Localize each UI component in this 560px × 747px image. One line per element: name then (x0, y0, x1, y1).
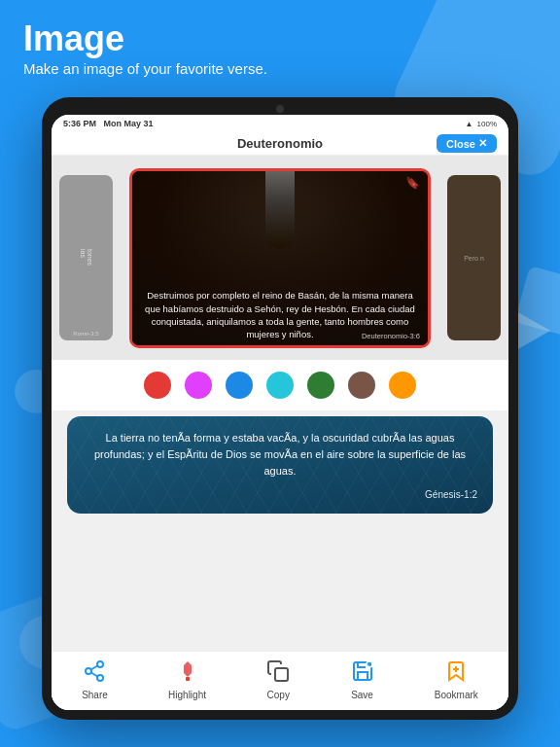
bookmark-icon (444, 659, 468, 687)
bg-triangle (516, 311, 550, 350)
battery-status: 100% (477, 120, 497, 128)
card-left[interactable]: tonesias Romn-3:5 (59, 175, 113, 340)
copy-icon (266, 659, 290, 687)
share-label: Share (82, 690, 108, 700)
ipad-mockup: 5:36 PM Mon May 31 ▲ 100% Deuteronomio C… (42, 97, 518, 720)
svg-line-3 (91, 673, 98, 677)
toolbar-save[interactable]: + Save (351, 659, 374, 700)
save-icon: + (351, 659, 374, 687)
verse-cards-carousel[interactable]: tonesias Romn-3:5 Destruimos por complet… (52, 156, 508, 360)
close-button[interactable]: Close ✕ (437, 134, 497, 153)
color-blue[interactable] (226, 372, 253, 399)
page-subtitle: Make an image of your favorite verse. (23, 60, 267, 77)
card-reference: Deuteronomio-3:6 (362, 332, 420, 340)
nav-bar: Deuteronomio Close ✕ (52, 132, 508, 156)
wifi-icon: ▲ (466, 120, 473, 128)
ipad-camera (276, 105, 284, 113)
share-icon (83, 659, 106, 687)
svg-rect-5 (186, 677, 190, 681)
status-right: ▲ 100% (466, 120, 497, 128)
color-pink[interactable] (185, 372, 212, 399)
card-bookmark-icon: 🔖 (405, 176, 420, 190)
color-red[interactable] (144, 372, 171, 399)
card-left-text: tonesias (76, 241, 97, 273)
highlight-icon (176, 659, 199, 687)
status-time: 5:36 PM Mon May 31 (63, 119, 154, 128)
bookmark-label: Bookmark (435, 690, 478, 700)
page-title: Image (23, 19, 267, 58)
svg-text:+: + (367, 662, 369, 668)
highlight-label: Highlight (168, 690, 206, 700)
close-icon: ✕ (478, 137, 487, 150)
bottom-toolbar: Share Highlight (52, 651, 508, 710)
card-right[interactable]: Pero n (447, 175, 501, 340)
svg-point-2 (97, 675, 103, 681)
svg-point-1 (86, 668, 91, 674)
svg-point-0 (97, 661, 103, 667)
ipad-screen: 5:36 PM Mon May 31 ▲ 100% Deuteronomio C… (52, 115, 508, 710)
color-orange[interactable] (389, 372, 416, 399)
svg-line-4 (91, 666, 98, 670)
page-header: Image Make an image of your favorite ver… (23, 19, 267, 77)
color-picker (52, 360, 508, 410)
toolbar-copy[interactable]: Copy (266, 659, 290, 700)
save-label: Save (351, 690, 373, 700)
copy-label: Copy (267, 690, 290, 700)
card-main[interactable]: Destruimos por completo el reino de Basá… (129, 168, 431, 348)
preview-verse-text: La tierra no tenÃa forma y estaba vacÃa,… (83, 430, 477, 480)
svg-rect-6 (275, 668, 288, 681)
main-content: tonesias Romn-3:5 Destruimos por complet… (52, 156, 508, 710)
color-green[interactable] (307, 372, 334, 399)
nav-title: Deuteronomio (237, 136, 323, 151)
toolbar-highlight[interactable]: Highlight (168, 659, 206, 700)
color-cyan[interactable] (266, 372, 294, 399)
color-brown[interactable] (348, 372, 375, 399)
preview-reference: Génesis-1:2 (83, 489, 477, 500)
status-bar: 5:36 PM Mon May 31 ▲ 100% (52, 115, 508, 132)
toolbar-bookmark[interactable]: Bookmark (435, 659, 478, 700)
preview-verse-card: La tierra no tenÃa forma y estaba vacÃa,… (67, 416, 493, 514)
card-right-text: Pero n (464, 255, 484, 262)
toolbar-share[interactable]: Share (82, 659, 108, 700)
